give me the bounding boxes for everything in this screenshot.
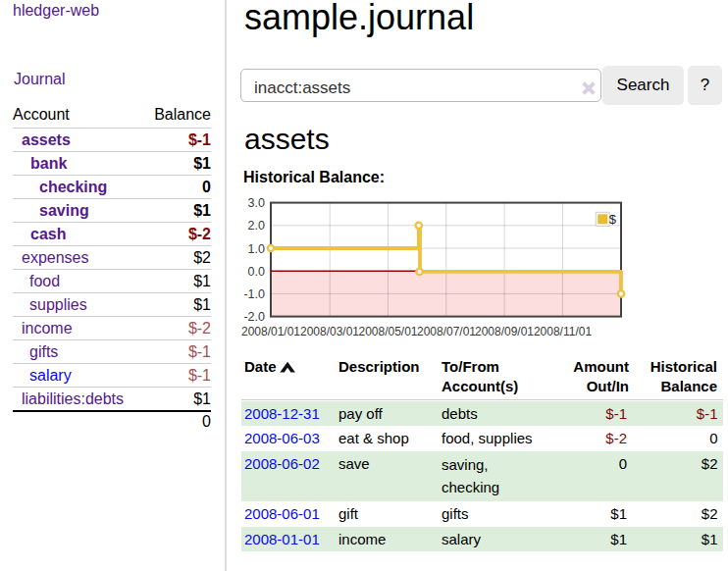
svg-text:2008/09/01: 2008/09/01 [475, 325, 534, 338]
svg-text:-1.0: -1.0 [243, 287, 265, 301]
svg-text:-2.0: -2.0 [243, 310, 265, 324]
svg-text:2008/07/01: 2008/07/01 [417, 325, 476, 338]
svg-text:2008/05/01: 2008/05/01 [358, 325, 417, 338]
svg-text:2008/01/01: 2008/01/01 [241, 325, 300, 338]
svg-text:2008/03/01: 2008/03/01 [300, 325, 359, 338]
svg-text:1.0: 1.0 [248, 242, 265, 256]
svg-text:2008/11/01: 2008/11/01 [534, 325, 592, 338]
svg-text:$: $ [609, 212, 617, 227]
svg-text:2.0: 2.0 [248, 219, 265, 233]
svg-text:3.0: 3.0 [248, 196, 265, 210]
svg-text:0.0: 0.0 [248, 265, 265, 279]
